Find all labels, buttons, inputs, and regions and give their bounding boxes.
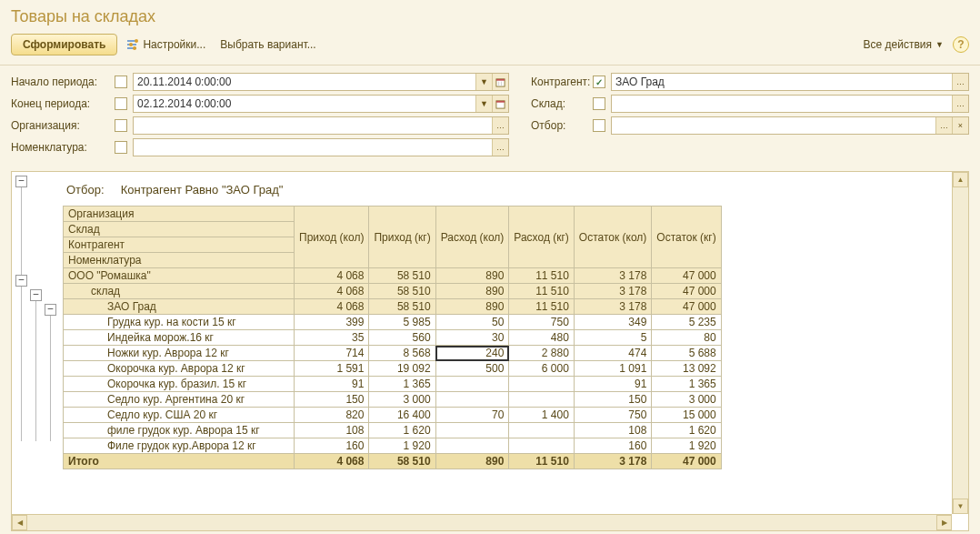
cell[interactable]: 1 920 bbox=[652, 438, 721, 454]
scroll-right-icon[interactable]: ▶ bbox=[936, 515, 952, 530]
cell[interactable]: 3 178 bbox=[574, 299, 652, 315]
cell[interactable]: 150 bbox=[295, 392, 369, 408]
cell[interactable]: 91 bbox=[295, 377, 369, 392]
period-end-checkbox[interactable] bbox=[115, 97, 127, 110]
org-input[interactable] bbox=[134, 117, 492, 134]
tree-collapse-contr[interactable]: − bbox=[45, 304, 56, 316]
cell[interactable]: 3 000 bbox=[369, 392, 435, 408]
contragent-select-button[interactable]: … bbox=[952, 74, 968, 90]
org-checkbox[interactable] bbox=[115, 119, 127, 132]
cell[interactable]: 5 bbox=[574, 330, 652, 346]
sklad-input[interactable] bbox=[612, 96, 952, 112]
cell[interactable]: 890 bbox=[435, 268, 509, 284]
table-row[interactable]: Ножки кур. Аврора 12 кг7148 5682402 8804… bbox=[64, 346, 722, 361]
cell[interactable]: 160 bbox=[574, 438, 652, 454]
cell[interactable]: 399 bbox=[295, 315, 369, 330]
cell[interactable]: 80 bbox=[652, 330, 721, 346]
cell[interactable]: 5 235 bbox=[652, 315, 721, 330]
cell[interactable]: 1 365 bbox=[652, 377, 721, 392]
cell[interactable]: 474 bbox=[574, 346, 652, 361]
cell[interactable] bbox=[435, 423, 509, 438]
cell[interactable]: 8 568 bbox=[369, 346, 435, 361]
cell[interactable]: 4 068 bbox=[295, 284, 369, 299]
period-end-dropdown[interactable]: ▼ bbox=[475, 96, 492, 112]
table-row[interactable]: ООО "Ромашка"4 06858 51089011 5103 17847… bbox=[64, 268, 722, 284]
cell[interactable]: 4 068 bbox=[295, 299, 369, 315]
choose-variant-link[interactable]: Выбрать вариант... bbox=[215, 36, 321, 53]
cell[interactable]: 750 bbox=[509, 315, 575, 330]
cell[interactable]: 1 620 bbox=[652, 423, 721, 438]
cell[interactable] bbox=[509, 438, 575, 454]
scroll-left-icon[interactable]: ◀ bbox=[12, 515, 27, 530]
otbor-input[interactable] bbox=[612, 117, 935, 134]
cell[interactable]: 500 bbox=[435, 361, 509, 377]
table-row[interactable]: Филе грудок кур.Аврора 12 кг1601 9201601… bbox=[64, 438, 722, 454]
cell[interactable]: 4 068 bbox=[295, 268, 369, 284]
cell[interactable]: 58 510 bbox=[369, 284, 435, 299]
tree-collapse-root[interactable]: − bbox=[15, 176, 27, 187]
cell[interactable]: 11 510 bbox=[509, 284, 575, 299]
cell[interactable]: 58 510 bbox=[369, 268, 435, 284]
help-icon[interactable]: ? bbox=[953, 36, 969, 53]
cell[interactable]: 11 510 bbox=[509, 268, 575, 284]
tree-collapse-org[interactable]: − bbox=[15, 275, 27, 287]
period-start-checkbox[interactable] bbox=[115, 76, 127, 88]
table-row[interactable]: Окорочка кур. Аврора 12 кг1 59119 092500… bbox=[64, 361, 722, 377]
nom-input[interactable] bbox=[134, 139, 492, 156]
scroll-down-icon[interactable]: ▼ bbox=[953, 499, 968, 514]
cell[interactable]: 1 365 bbox=[369, 377, 435, 392]
cell[interactable] bbox=[509, 423, 575, 438]
cell[interactable]: 6 000 bbox=[509, 361, 575, 377]
cell[interactable]: 240 bbox=[435, 346, 509, 361]
cell[interactable]: 560 bbox=[369, 330, 435, 346]
cell[interactable]: 1 591 bbox=[295, 361, 369, 377]
cell[interactable]: 160 bbox=[295, 438, 369, 454]
table-row[interactable]: Грудка кур. на кости 15 кг3995 985507503… bbox=[64, 315, 722, 330]
cell[interactable]: 50 bbox=[435, 315, 509, 330]
horizontal-scrollbar[interactable]: ◀ ▶ bbox=[12, 514, 952, 530]
cell[interactable]: 1 400 bbox=[509, 408, 575, 423]
cell[interactable]: 890 bbox=[435, 284, 509, 299]
cell[interactable]: 108 bbox=[574, 423, 652, 438]
generate-button[interactable]: Сформировать bbox=[11, 34, 117, 55]
cell[interactable]: 47 000 bbox=[652, 284, 721, 299]
cell[interactable]: 47 000 bbox=[652, 299, 721, 315]
cell[interactable]: 47 000 bbox=[652, 268, 721, 284]
cell[interactable]: 58 510 bbox=[369, 299, 435, 315]
cell[interactable]: 1 620 bbox=[369, 423, 435, 438]
cell[interactable]: 750 bbox=[574, 408, 652, 423]
tree-collapse-sklad[interactable]: − bbox=[30, 289, 42, 301]
sklad-select-button[interactable]: … bbox=[952, 96, 968, 112]
table-row[interactable]: склад4 06858 51089011 5103 17847 000 bbox=[64, 284, 722, 299]
cell[interactable]: 15 000 bbox=[652, 408, 721, 423]
cell[interactable] bbox=[435, 377, 509, 392]
cell[interactable]: 1 920 bbox=[369, 438, 435, 454]
cell[interactable] bbox=[509, 377, 575, 392]
cell[interactable]: 30 bbox=[435, 330, 509, 346]
all-actions-link[interactable]: Все действия ▼ bbox=[858, 36, 949, 53]
vertical-scrollbar[interactable]: ▲ ▼ bbox=[952, 172, 968, 514]
cell[interactable] bbox=[509, 392, 575, 408]
cell[interactable]: 91 bbox=[574, 377, 652, 392]
org-select-button[interactable]: … bbox=[492, 117, 508, 134]
table-row[interactable]: Окорочка кур. бразил. 15 кг911 365911 36… bbox=[64, 377, 722, 392]
scroll-up-icon[interactable]: ▲ bbox=[953, 172, 968, 187]
otbor-select-button[interactable]: … bbox=[935, 117, 952, 134]
cell[interactable]: 11 510 bbox=[509, 299, 575, 315]
settings-link[interactable]: Настройки... bbox=[121, 36, 211, 53]
cell[interactable]: 890 bbox=[435, 299, 509, 315]
table-row[interactable]: Седло кур. США 20 кг82016 400701 4007501… bbox=[64, 408, 722, 423]
period-start-calendar-icon[interactable] bbox=[492, 74, 508, 90]
cell[interactable]: 1 091 bbox=[574, 361, 652, 377]
cell[interactable] bbox=[435, 438, 509, 454]
cell[interactable]: 714 bbox=[295, 346, 369, 361]
sklad-checkbox[interactable] bbox=[593, 97, 605, 110]
period-start-dropdown[interactable]: ▼ bbox=[475, 74, 492, 90]
cell[interactable]: 820 bbox=[295, 408, 369, 423]
cell[interactable]: 3 178 bbox=[574, 284, 652, 299]
table-row[interactable]: Седло кур. Аргентина 20 кг1503 0001503 0… bbox=[64, 392, 722, 408]
table-row[interactable]: филе грудок кур. Аврора 15 кг1081 620108… bbox=[64, 423, 722, 438]
cell[interactable] bbox=[435, 392, 509, 408]
cell[interactable]: 2 880 bbox=[509, 346, 575, 361]
cell[interactable]: 480 bbox=[509, 330, 575, 346]
